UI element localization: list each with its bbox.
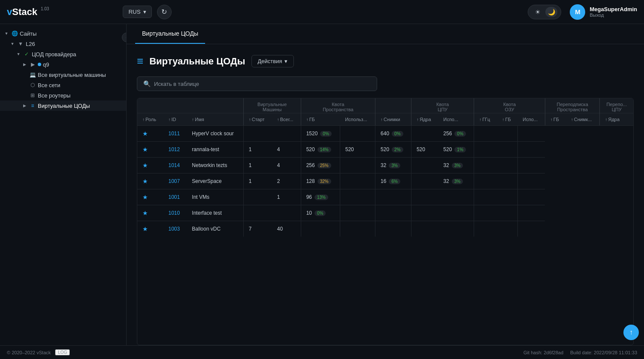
- cpu-ghz-cell: [411, 205, 438, 221]
- arrow-icon: ▼: [15, 51, 21, 57]
- start-cell: [243, 205, 272, 221]
- sidebar-item-provider-dc[interactable]: ▼ ✓ ЦОД провайдера: [0, 49, 126, 59]
- start-cell: 1: [243, 142, 272, 158]
- star-icon: ★: [142, 162, 148, 169]
- name-cell: Int VMs: [187, 189, 243, 205]
- id-cell: 1011: [163, 126, 187, 142]
- over-space-gb-cell: [474, 142, 497, 158]
- id-link[interactable]: 1014: [168, 162, 180, 168]
- vdc-name: rannala-test: [192, 146, 219, 152]
- id-link[interactable]: 1012: [168, 146, 180, 152]
- id-cell: 1010: [163, 205, 187, 221]
- tab-virtual-dcs[interactable]: Виртуальные ЦОДы: [135, 24, 205, 44]
- th-space-gb[interactable]: ↑ГБ: [301, 113, 340, 126]
- table-row: ★ 1012 rannala-test 1 4 520 14% 520 520 …: [137, 142, 633, 158]
- id-link[interactable]: 1003: [168, 226, 180, 232]
- name-cell: Balloon vDC: [187, 221, 243, 237]
- check-icon: ✓: [23, 51, 30, 58]
- refresh-button[interactable]: ↻: [157, 5, 172, 19]
- id-link[interactable]: 1010: [168, 210, 180, 216]
- arrow-icon: ▼: [9, 41, 15, 47]
- start-cell: 1: [243, 158, 272, 173]
- over-space-snap-cell: [497, 142, 517, 158]
- arrow-icon: ▼: [3, 30, 9, 37]
- search-input[interactable]: [154, 81, 371, 87]
- th-ram-pct[interactable]: Испо...: [517, 113, 545, 126]
- sidebar-item-label: L26: [26, 41, 35, 47]
- role-cell: ★: [137, 158, 163, 173]
- column-group-headers: ВиртуальныеМашины КвотаПространства Квот…: [137, 98, 633, 113]
- sidebar-item-all-vms[interactable]: 💻 Все виртуальные машины: [0, 70, 126, 80]
- role-cell: ★: [137, 189, 163, 205]
- th-id[interactable]: ↑ID: [163, 113, 187, 126]
- th-role[interactable]: ↑Роль: [137, 113, 163, 126]
- th-cpu-ghz[interactable]: ↑ГГц: [474, 113, 497, 126]
- vdc-table: ВиртуальныеМашины КвотаПространства Квот…: [137, 98, 633, 237]
- usage-cell: 16 6%: [375, 173, 411, 189]
- usage-cell: [438, 221, 474, 237]
- logo-text: vStack: [7, 6, 37, 18]
- arrow-up-icon: ↑: [629, 329, 633, 336]
- router-icon: ⊞: [29, 92, 36, 99]
- cpu-ghz-cell: [411, 158, 438, 173]
- status-dot: [38, 63, 41, 66]
- table-wrapper[interactable]: ВиртуальныеМашины КвотаПространства Квот…: [137, 98, 634, 345]
- th-snapshots[interactable]: ↑Снимки: [375, 113, 411, 126]
- log-button[interactable]: LOG: [55, 349, 70, 356]
- sidebar-item-virtual-dcs[interactable]: ▶ ≡ Виртуальные ЦОДы: [0, 100, 126, 111]
- usage-cell: 32 3%: [438, 158, 474, 173]
- actions-button[interactable]: Действия ▾: [251, 55, 294, 67]
- vms-group-header: ВиртуальныеМашины: [243, 98, 301, 113]
- language-selector[interactable]: RUS ▾: [123, 6, 151, 18]
- th-cpu-pct[interactable]: Испо...: [438, 113, 474, 126]
- th-ram-gb[interactable]: ↑ГБ: [497, 113, 517, 126]
- usage-cell: 520 2%: [375, 142, 411, 158]
- th-name[interactable]: ↑Имя: [187, 113, 243, 126]
- light-theme-button[interactable]: ☀: [532, 7, 544, 17]
- sidebar-item-all-routers[interactable]: ⊞ Все роутеры: [0, 90, 126, 100]
- table-row: ★ 1011 HyperV clock sour 1520 0% 640 0%: [137, 126, 633, 142]
- network-icon: ⬡: [29, 82, 36, 88]
- user-info: MegaSuperAdmin Выход: [590, 6, 637, 18]
- table-row: ★ 1014 Networkin tezts 1 4 256 25% 32 3%: [137, 158, 633, 173]
- star-icon: ★: [142, 194, 148, 201]
- th-over-space-snap[interactable]: ↑Снимк...: [566, 113, 600, 126]
- table-row: ★ 1007 ServerSpace 1 2 128 32% 16 6%: [137, 173, 633, 189]
- sidebar-item-q9[interactable]: ▶ ▶ q9: [0, 59, 126, 70]
- id-link[interactable]: 1011: [168, 131, 180, 137]
- scroll-to-top-button[interactable]: ↑: [623, 325, 639, 340]
- th-total[interactable]: ↑Всег...: [272, 113, 301, 126]
- logout-button[interactable]: Выход: [590, 12, 637, 18]
- total-cell: [272, 126, 301, 142]
- id-link[interactable]: 1001: [168, 194, 180, 200]
- th-cpu-cores[interactable]: ↑Ядра: [411, 113, 438, 126]
- sidebar-item-sites[interactable]: ▼ 🌐 Сайты: [0, 28, 126, 39]
- cpu-quota-group-header: КвотаЦПУ: [411, 98, 474, 113]
- star-icon: ★: [142, 146, 148, 153]
- usage-cell: 640 0%: [375, 126, 411, 142]
- dark-theme-button[interactable]: 🌙: [545, 7, 557, 17]
- sidebar-item-l26[interactable]: ▼ ▼ L26: [0, 39, 126, 49]
- id-link[interactable]: 1007: [168, 178, 180, 184]
- sidebar-item-all-networks[interactable]: ⬡ Все сети: [0, 80, 126, 90]
- chevron-down-icon: ▾: [284, 58, 287, 64]
- vdc-name: ServerSpace: [192, 178, 221, 184]
- id-cell: 1012: [163, 142, 187, 158]
- over-cpu-cores-cell: [517, 189, 545, 205]
- vdc-name: Networkin tezts: [192, 162, 227, 168]
- page-title-row: ≡ Виртуальные ЦОДы Действия ▾: [137, 55, 634, 68]
- th-over-cpu-cores[interactable]: ↑Ядра: [600, 113, 633, 126]
- ram-quota-group-header: КвотаОЗУ: [474, 98, 545, 113]
- column-headers: ↑Роль ↑ID ↑Имя ↑Старт ↑Всег... ↑ГБ Испол…: [137, 113, 633, 126]
- vdc-name: HyperV clock sour: [192, 131, 233, 137]
- start-cell: 1: [243, 173, 272, 189]
- total-cell: 4: [272, 158, 301, 173]
- avatar: M: [570, 4, 585, 20]
- username: MegaSuperAdmin: [590, 6, 637, 12]
- th-space-pct[interactable]: Использ...: [340, 113, 375, 126]
- footer-right: Git hash: 2d6f28ad Build date: 2022/09/2…: [523, 350, 637, 355]
- snapshots-cell: [340, 189, 375, 205]
- th-over-space-gb[interactable]: ↑ГБ: [545, 113, 565, 126]
- th-start[interactable]: ↑Старт: [243, 113, 272, 126]
- search-row: 🔍: [137, 76, 634, 91]
